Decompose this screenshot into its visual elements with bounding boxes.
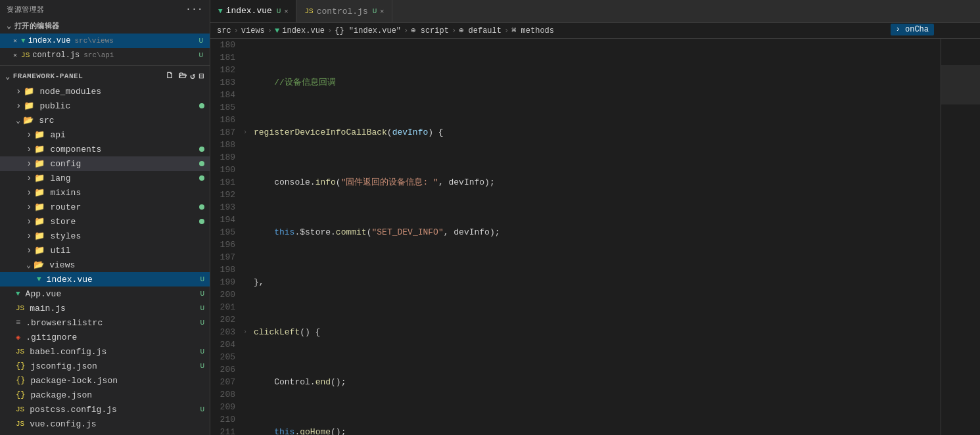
- tree-views[interactable]: 📂 views: [0, 258, 210, 272]
- public-folder-icon: 📁: [24, 101, 34, 111]
- fold-187[interactable]: [243, 426, 254, 435]
- minimap-viewport[interactable]: [941, 65, 980, 104]
- styles-label: styles: [50, 231, 81, 241]
- styles-chevron: [26, 231, 32, 241]
- tab-index-close[interactable]: ✕: [284, 7, 288, 15]
- sidebar-title: 资源管理器: [7, 5, 45, 14]
- code-area[interactable]: 180 181 182 183 184 185 186 187 188 189 …: [210, 39, 980, 435]
- tree-babel-config[interactable]: JS babel.config.js U: [0, 344, 210, 359]
- bc-views[interactable]: views: [241, 26, 265, 35]
- tab-vue-icon: ▼: [218, 7, 223, 15]
- components-folder-icon: 📁: [34, 144, 45, 154]
- tree-src[interactable]: 📂 src: [0, 113, 210, 127]
- open-editors-toggle[interactable]: 打开的编辑器: [0, 18, 210, 34]
- store-folder-icon: 📁: [34, 216, 45, 227]
- bc-object[interactable]: {} "index.vue": [335, 26, 401, 35]
- views-chevron: [26, 260, 31, 270]
- lang-label: lang: [50, 173, 70, 183]
- sidebar: 资源管理器 ··· 打开的编辑器 ✕ ▼ index.vue src\views…: [0, 0, 210, 435]
- tree-gitignore[interactable]: ◈ .gitignore: [0, 330, 210, 344]
- tab-control-js[interactable]: JS control.js U ✕: [296, 0, 392, 22]
- tree-main-js[interactable]: JS main.js U: [0, 301, 210, 315]
- node_modules-label: node_modules: [39, 87, 101, 97]
- code-content: //设备信息回调 › registerDeviceInfoCallBack(de…: [243, 39, 941, 435]
- framework-header: FRAMEWORK-PANEL 🗋 🗁 ↺ ⊟: [0, 68, 210, 84]
- fold-182[interactable]: [243, 176, 254, 189]
- tree-api[interactable]: 📁 api: [0, 127, 210, 142]
- fold-186[interactable]: [243, 376, 254, 388]
- fold-183[interactable]: [243, 226, 254, 239]
- refresh-icon[interactable]: ↺: [190, 71, 195, 81]
- more-icon[interactable]: ···: [185, 4, 203, 14]
- tree-mixins[interactable]: 📁 mixins: [0, 185, 210, 200]
- new-folder-icon[interactable]: 🗁: [178, 71, 187, 81]
- tree-vue-config[interactable]: JS vue.config.js: [0, 417, 210, 431]
- mixins-chevron: [26, 187, 32, 198]
- tree-public[interactable]: 📁 public: [0, 99, 210, 113]
- close-icon-index[interactable]: ✕: [13, 37, 17, 45]
- fold-180[interactable]: [243, 76, 254, 89]
- main-js-label: main.js: [30, 304, 66, 313]
- tree-lang[interactable]: 📁 lang: [0, 171, 210, 185]
- tree-util[interactable]: 📁 util: [0, 243, 210, 258]
- babel-icon: JS: [16, 348, 24, 355]
- tree-config[interactable]: 📁 config: [0, 156, 210, 171]
- views-folder-icon: 📂: [34, 260, 44, 270]
- tree-package-lock[interactable]: {} package-lock.json: [0, 373, 210, 388]
- tree-index-vue[interactable]: ▼ index.vue U: [0, 272, 210, 286]
- tree-package-json[interactable]: {} package.json: [0, 388, 210, 402]
- bc-methods[interactable]: ⌘ methods: [511, 26, 554, 35]
- tree-store[interactable]: 📁 store: [0, 214, 210, 229]
- bc-script[interactable]: ⊕ script: [411, 26, 449, 35]
- tree-jsconfig[interactable]: {} jsconfig.json U: [0, 359, 210, 373]
- open-file-control-js[interactable]: ✕ JS control.js src\api U: [0, 48, 210, 62]
- tree-browserslistrc[interactable]: ≡ .browserslistrc U: [0, 315, 210, 330]
- on-cha-button[interactable]: › onCha: [891, 24, 934, 35]
- store-chevron: [26, 216, 32, 227]
- tab-control-close[interactable]: ✕: [380, 7, 384, 15]
- open-file-index-vue[interactable]: ✕ ▼ index.vue src\views U: [0, 34, 210, 48]
- browserslistrc-modified: U: [200, 319, 204, 327]
- components-chevron: [26, 144, 32, 154]
- postcss-modified: U: [200, 405, 204, 413]
- main-js-modified: U: [200, 304, 204, 312]
- open-file-name-control: control.js: [32, 51, 80, 60]
- config-chevron: [26, 158, 32, 169]
- code-line-185: › clickLeft() {: [243, 326, 927, 338]
- mixins-label: mixins: [50, 188, 81, 198]
- tabs-bar: ▼ index.vue U ✕ JS control.js U ✕: [210, 0, 980, 23]
- tree-components[interactable]: 📁 components: [0, 142, 210, 156]
- api-folder-icon: 📁: [34, 129, 45, 140]
- tree-node_modules[interactable]: 📁 node_modules: [0, 84, 210, 99]
- router-dot: [199, 204, 204, 210]
- fold-184[interactable]: [243, 276, 254, 288]
- jsconfig-modified: U: [200, 362, 204, 370]
- tab-index-vue[interactable]: ▼ index.vue U ✕: [210, 0, 296, 22]
- main-js-icon: JS: [16, 304, 24, 312]
- open-editors-chevron: [7, 21, 12, 31]
- new-file-icon[interactable]: 🗋: [166, 71, 175, 81]
- tab-control-modified: U: [373, 7, 377, 15]
- code-line-187: this.goHome();: [243, 426, 927, 435]
- tree-styles[interactable]: 📁 styles: [0, 229, 210, 243]
- package-json-icon: {}: [16, 390, 25, 400]
- code-line-183: this.$store.commit("SET_DEV_INFO", devIn…: [243, 226, 927, 239]
- router-label: router: [50, 202, 81, 212]
- bc-src[interactable]: src: [217, 26, 231, 35]
- line-186-content: Control.end();: [254, 376, 927, 388]
- tree-postcss[interactable]: JS postcss.config.js U: [0, 402, 210, 417]
- vue-config-icon: JS: [16, 420, 24, 428]
- tab-js-icon: JS: [304, 7, 313, 15]
- bc-file[interactable]: index.vue: [282, 26, 325, 35]
- close-icon-control[interactable]: ✕: [13, 51, 17, 59]
- framework-chevron[interactable]: [5, 72, 11, 81]
- sidebar-header-icons[interactable]: ···: [185, 4, 203, 14]
- code-line-186: Control.end();: [243, 376, 927, 388]
- fold-181[interactable]: ›: [243, 126, 254, 139]
- bc-default[interactable]: ⊕ default: [459, 26, 502, 35]
- tree-app-vue[interactable]: ▼ App.vue U: [0, 286, 210, 301]
- tree-router[interactable]: 📁 router: [0, 200, 210, 214]
- fold-185[interactable]: ›: [243, 326, 254, 338]
- app-vue-label: App.vue: [26, 289, 62, 299]
- collapse-icon[interactable]: ⊟: [199, 71, 204, 81]
